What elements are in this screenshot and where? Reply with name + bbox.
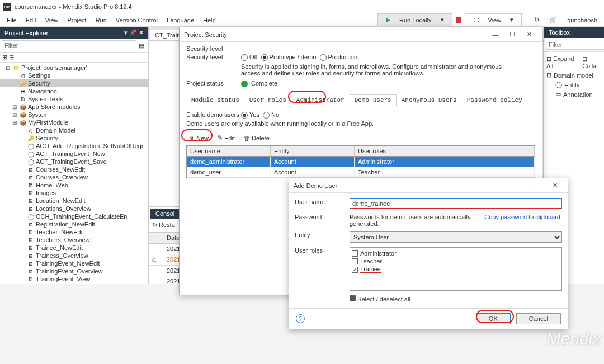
menubar: File Edit View Project Run Version Contr…	[0, 13, 604, 27]
roles-listbox[interactable]: Administrator Teacher ✓Trainee	[350, 247, 562, 291]
tree-item[interactable]: 🗎Teacher_NewEdit	[0, 228, 148, 236]
project-tree[interactable]: ⊟📁Project 'coursemanager'⚙Settings🔑Secur…	[0, 63, 148, 284]
sync-icon[interactable]: ↻	[531, 15, 542, 25]
table-row[interactable]: demo_administratorAccountAdministrator	[187, 157, 535, 167]
console-tab[interactable]: Consol	[150, 209, 180, 219]
tree-item[interactable]: ◇Domain Model	[0, 126, 148, 134]
radio-yes[interactable]	[241, 112, 248, 119]
stop-button[interactable]	[456, 17, 461, 23]
panel-controls[interactable]: ▾ 📌 ✕	[124, 29, 144, 36]
tree-item[interactable]: ⊞📦System	[0, 111, 148, 119]
tree-item[interactable]: ◯OCH_TrainingEvent_CalculateEn	[0, 212, 148, 220]
tool-annotation[interactable]: ▭ Annotation	[546, 89, 602, 99]
cancel-button[interactable]: Cancel	[516, 313, 561, 324]
tree-item[interactable]: 🗎Courses_Overview	[0, 173, 148, 181]
collapse-all-button[interactable]: ⊟ Colla	[582, 55, 602, 69]
tree-item[interactable]: 🗎Trainee_NewEdit	[0, 244, 148, 252]
restart-button[interactable]: ↻ Resta	[152, 221, 175, 230]
tree-item[interactable]: ↦Navigation	[0, 87, 148, 95]
entity-select[interactable]: System.User	[350, 231, 562, 243]
menu-edit[interactable]: Edit	[22, 16, 40, 25]
dialog-title: Project Security	[184, 31, 487, 38]
tree-item[interactable]: 🗎Courses_NewEdit	[0, 166, 148, 173]
tree-item[interactable]: ◯ACT_TrainingEvent_Save	[0, 158, 148, 166]
col-username: User name	[187, 146, 271, 156]
menu-project[interactable]: Project	[64, 16, 89, 25]
tree-item[interactable]: 🗎TrainingEvent_View	[0, 275, 148, 283]
demo-users-note: Demo users are only available when runni…	[186, 120, 535, 127]
ok-button[interactable]: OK	[476, 313, 511, 324]
view-button[interactable]: 🖵 View ▾	[465, 13, 522, 26]
new-button[interactable]: 🗎 New	[186, 134, 211, 142]
filter-input[interactable]	[2, 40, 136, 50]
status-dot-icon	[241, 81, 248, 87]
tree-item[interactable]: 🗎TrainingEvent_Overview	[0, 267, 148, 275]
expand-icon[interactable]: ⊞	[2, 54, 7, 60]
menu-version-control[interactable]: Version Control	[112, 16, 161, 25]
tool-entity[interactable]: ◯ Entity	[546, 80, 602, 89]
tree-item[interactable]: 🔑Security	[0, 79, 148, 87]
close-button[interactable]: ✕	[521, 31, 537, 38]
tree-item[interactable]: ⊟📦MyFirstModule	[0, 119, 148, 126]
security-level-heading: Security level	[186, 45, 535, 52]
copy-password-link[interactable]: Copy password to clipboard.	[484, 214, 562, 227]
table-row[interactable]: demo_userAccountTeacher	[187, 167, 535, 178]
menu-help[interactable]: Help	[200, 16, 219, 25]
run-locally-button[interactable]: ▶ Run Locally ▾	[378, 13, 452, 26]
help-icon[interactable]: ?	[296, 314, 305, 323]
tree-item[interactable]: ⊟📁Project 'coursemanager'	[0, 64, 148, 72]
list-mode-icon[interactable]: ▤	[136, 42, 147, 49]
expand-all-button[interactable]: ⊞ Expand All	[546, 55, 580, 69]
subtab[interactable]: Password policy	[462, 94, 527, 106]
menu-file[interactable]: File	[3, 16, 20, 25]
username[interactable]: qunchaosh	[564, 16, 601, 25]
menu-view[interactable]: View	[42, 16, 62, 25]
subtab[interactable]: Administrator	[291, 94, 350, 106]
play-icon: ▶	[383, 15, 394, 25]
menu-language[interactable]: Language	[163, 16, 197, 25]
tree-item[interactable]: 🗎Registration_NewEdit	[0, 220, 148, 228]
tree-item[interactable]: 🗎Trainess_Overview	[0, 252, 148, 259]
col-userroles: User roles	[355, 146, 535, 156]
radio-off[interactable]	[241, 54, 248, 61]
tree-item[interactable]: ⊞📦App Store modules	[0, 103, 148, 111]
checkbox-teacher[interactable]	[352, 258, 358, 264]
cart-icon[interactable]: 🛒	[546, 15, 560, 25]
tree-item[interactable]: 🔑Security	[0, 134, 148, 142]
maximize-button[interactable]: ☐	[504, 31, 521, 38]
radio-prototype[interactable]	[261, 54, 268, 61]
close-button[interactable]: ✕	[546, 182, 563, 189]
tree-item[interactable]: 🗎System texts	[0, 95, 148, 103]
subtab[interactable]: Anonymous users	[397, 94, 462, 106]
radio-no[interactable]	[263, 112, 270, 119]
subtab[interactable]: Demo users	[350, 94, 397, 106]
tree-item[interactable]: 🗎Home_Web	[0, 181, 148, 189]
tree-item[interactable]: ⚙Settings	[0, 72, 148, 79]
minimize-button[interactable]: —	[487, 31, 504, 38]
tree-item[interactable]: 🗎Images	[0, 189, 148, 197]
toolbox-filter[interactable]	[546, 40, 604, 50]
group-domain-model[interactable]: ⊟ Domain model	[546, 70, 602, 80]
tree-item[interactable]: 🗎Locations_Overview	[0, 205, 148, 212]
tree-item[interactable]: ◯ACO_Ade_Registration_SetNubOfRegi	[0, 142, 148, 150]
subtab[interactable]: Module status	[186, 94, 244, 106]
subtab[interactable]: User roles	[244, 94, 291, 106]
radio-production[interactable]	[320, 54, 327, 61]
tree-item[interactable]: ◯ACT_TrainingEvent_New	[0, 150, 148, 158]
checkbox-admin[interactable]	[352, 250, 358, 257]
checkbox-trainee[interactable]: ✓	[352, 267, 358, 273]
delete-button[interactable]: 🗑 Delete	[242, 134, 272, 142]
collapse-icon[interactable]: ⊟	[9, 54, 14, 60]
chevron-down-icon: ▾	[437, 15, 447, 25]
maximize-button[interactable]: ☐	[530, 182, 546, 189]
chevron-down-icon: ▾	[507, 15, 517, 25]
tree-item[interactable]: 🗎TrainingEvent_NewEdit	[0, 259, 148, 267]
tree-item[interactable]: 🗎Location_NewEdit	[0, 197, 148, 205]
edit-button[interactable]: ✎ Edit	[215, 134, 237, 142]
menu-run[interactable]: Run	[92, 16, 110, 25]
dialog-title: Add Demo User	[294, 182, 530, 189]
demo-users-grid[interactable]: User name Entity User roles demo_adminis…	[186, 145, 535, 178]
username-input[interactable]	[350, 198, 562, 209]
select-all-checkbox[interactable]	[350, 295, 356, 301]
tree-item[interactable]: 🗎Teachers_Overview	[0, 236, 148, 244]
